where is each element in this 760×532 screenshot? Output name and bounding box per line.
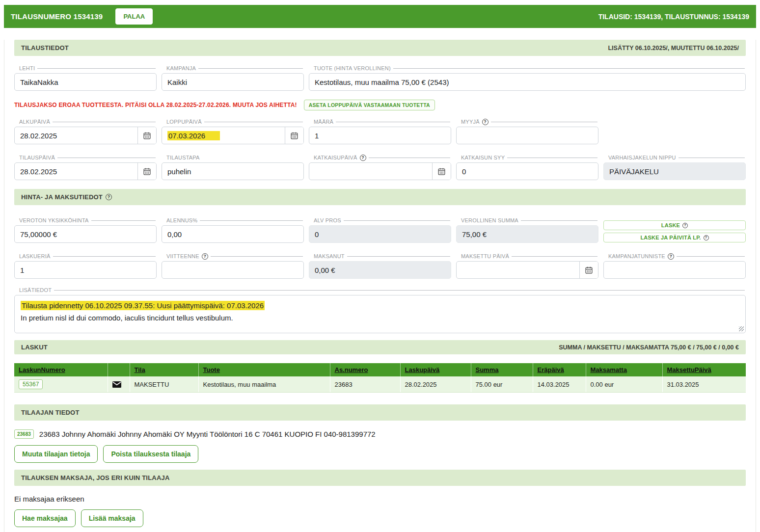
laske-button[interactable]: LASKE [603, 220, 746, 230]
help-icon[interactable] [668, 253, 674, 260]
maksettu-paiva-calendar-button[interactable] [579, 262, 598, 278]
kampanjatunniste-input[interactable] [603, 261, 746, 279]
envelope-icon[interactable] [112, 381, 125, 388]
field-alv: ALV PROS 0 [309, 217, 451, 243]
maksanut-input: 0,00 € [309, 261, 451, 279]
tilaustapa-input[interactable]: puhelin [162, 162, 304, 180]
help-icon[interactable] [106, 194, 112, 200]
order-header-bar: TILAUSNUMERO 1534139 PALAA TILAUSID: 153… [4, 5, 756, 28]
field-loppupaiva: LOPPUPÄIVÄ 07.03.2026 [162, 118, 304, 144]
added-modified-meta: LISÄTTY 06.10.2025/, MUUTETTU 06.10.2025… [608, 45, 739, 52]
calendar-icon [143, 132, 151, 140]
kampanja-input[interactable]: Kaikki [162, 73, 304, 91]
remove-subscriber-button[interactable]: Poista tilauksesta tilaaja [103, 445, 198, 463]
laske-buttons: LASKE LASKE JA PÄIVITÄ LP. [603, 217, 746, 243]
col-tuote[interactable]: Tuote [203, 366, 220, 373]
viitteenne-label: VIITTEENNE [166, 253, 199, 259]
section-order-info: TILAUSTIEDOT LISÄTTY 06.10.2025/, MUUTET… [14, 40, 746, 56]
calendar-icon [585, 266, 593, 274]
laskueria-input[interactable]: 1 [14, 261, 157, 279]
subscriber-info: 23683 Johnny Ahomäki Johnny Ahomäki OY M… [39, 430, 376, 438]
page-title: TILAUSNUMERO 1534139 [11, 12, 103, 21]
edit-subscriber-button[interactable]: Muuta tilaajan tietoja [14, 445, 98, 463]
field-katkaisupaiva: KATKAISUPÄIVÄ [309, 154, 451, 180]
no-payer-note: Ei maksajaa erikseen [4, 495, 756, 503]
invoices-header-row: LaskunNumero Tila Tuote As.numero Laskup… [14, 363, 746, 376]
tilauspaiva-calendar-button[interactable] [137, 163, 156, 180]
col-maksettupaiva[interactable]: MaksettuPäivä [667, 366, 711, 373]
lehti-label: LEHTI [19, 65, 35, 71]
alkupaiva-label: ALKUPÄIVÄ [19, 119, 50, 125]
loppupaiva-label: LOPPUPÄIVÄ [166, 119, 202, 125]
katkaisupaiva-calendar-button[interactable] [432, 163, 451, 180]
section-payer-title: TILAUKSEN MAKSAJA, JOS ERI KUIN TILAAJA [21, 474, 170, 481]
section-price-info-title: HINTA- JA MAKSUTIEDOT [21, 193, 103, 201]
col-asnumero[interactable]: As.numero [335, 366, 368, 373]
field-tilauspaiva: TILAUSPÄIVÄ 28.02.2025 [14, 154, 157, 180]
subscriber-line: 23683 23683 Johnny Ahomäki Johnny Ahomäk… [4, 429, 756, 439]
katkaisupaiva-input[interactable] [309, 163, 432, 180]
add-payer-button[interactable]: Lisää maksaja [81, 509, 143, 527]
field-kampanjatunniste: KAMPANJATUNNISTE [603, 253, 746, 279]
field-tuote: TUOTE (HINTA VEROLLINEN) Kestotilaus, mu… [309, 65, 746, 91]
back-button-top[interactable]: PALAA [115, 8, 153, 25]
katkaisun-syy-label: KATKAISUN SYY [461, 155, 505, 160]
section-subscriber-title: TILAAJAN TIEDOT [21, 409, 80, 416]
verollinen-label: VEROLLINEN SUMMA [461, 217, 518, 223]
maksettu-paiva-input[interactable] [457, 262, 579, 278]
alkupaiva-input[interactable]: 28.02.2025 [15, 127, 137, 144]
varhaisjakelun-nippu-input: PÄIVÄJAKELU [603, 162, 746, 180]
maara-input[interactable]: 1 [309, 127, 451, 144]
highlighted-end-date: 07.03.2026 [167, 131, 220, 140]
invoice-customer-number: 23683 [335, 381, 353, 388]
help-icon[interactable] [482, 119, 489, 125]
loppupaiva-input[interactable]: 07.03.2026 [162, 127, 285, 144]
myyja-input[interactable] [456, 127, 598, 144]
field-alennus: ALENNUS% 0,00 [162, 217, 304, 243]
tilauspaiva-label: TILAUSPÄIVÄ [19, 155, 55, 160]
loppupaiva-calendar-button[interactable] [285, 127, 303, 144]
col-tila[interactable]: Tila [135, 366, 145, 373]
tuote-input[interactable]: Kestotilaus, muu maailma 75,00 € (2543) [309, 73, 746, 91]
field-lisatiedot: LISÄTIEDOT Tilausta pidennetty 06.10.202… [4, 287, 756, 333]
subscriber-number-badge[interactable]: 23683 [14, 429, 34, 439]
col-laskupaiva[interactable]: Laskupäivä [405, 366, 440, 373]
set-end-date-button[interactable]: ASETA LOPPUPÄIVÄ VASTAAMAAN TUOTETTA [304, 100, 435, 110]
help-icon [682, 223, 688, 228]
help-icon [704, 235, 709, 240]
col-laskunnumero[interactable]: LaskunNumero [19, 366, 65, 373]
laske-ja-paivita-button[interactable]: LASKE JA PÄIVITÄ LP. [603, 233, 746, 242]
calendar-icon [437, 167, 446, 176]
help-icon[interactable] [202, 253, 208, 260]
col-erapaiva[interactable]: Eräpäivä [538, 366, 564, 373]
tilauspaiva-input[interactable]: 28.02.2025 [15, 163, 137, 180]
tilaustapa-label: TILAUSTAPA [166, 155, 200, 160]
highlighted-note-line: Tilausta pidennetty 06.10.2025 09.37.55:… [21, 301, 265, 310]
period-warning-row: TILAUSJAKSO EROAA TUOTTEESTA. PITÄISI OL… [4, 100, 756, 110]
veroton-label: VEROTON YKSIKKÖHINTA [19, 217, 89, 223]
help-icon[interactable] [360, 155, 366, 161]
section-subscriber: TILAAJAN TIEDOT [14, 404, 746, 421]
calendar-icon [290, 132, 299, 140]
laskueria-label: LASKUERIÄ [19, 253, 51, 259]
field-myyja: MYYJÄ [456, 118, 598, 144]
alennus-input[interactable]: 0,00 [162, 225, 304, 243]
col-summa[interactable]: Summa [476, 366, 499, 373]
field-tilaustapa: TILAUSTAPA puhelin [162, 154, 304, 180]
alkupaiva-calendar-button[interactable] [137, 127, 156, 144]
veroton-input[interactable]: 75,00000 € [14, 225, 157, 243]
maksanut-label: MAKSANUT [314, 253, 345, 259]
col-maksamatta[interactable]: Maksamatta [591, 366, 627, 373]
order-id-info: TILAUSID: 1534139, TILAUSTUNNUS: 1534139 [598, 13, 749, 21]
search-payer-button[interactable]: Hae maksajaa [14, 509, 76, 527]
invoice-row: 55367 MAKSETTU Kestotilaus, muu maailma … [14, 376, 746, 393]
invoice-number-badge[interactable]: 55367 [19, 379, 43, 389]
viitteenne-input[interactable] [162, 261, 304, 279]
invoice-due-date: 14.03.2025 [538, 381, 570, 388]
lehti-input[interactable]: TaikaNakka [14, 73, 157, 91]
lisatiedot-textarea[interactable]: Tilausta pidennetty 06.10.2025 09.37.55:… [14, 295, 746, 333]
katkaisun-syy-input[interactable]: 0 [456, 162, 598, 180]
alennus-label: ALENNUS% [166, 217, 197, 223]
period-warning-text: TILAUSJAKSO EROAA TUOTTEESTA. PITÄISI OL… [14, 102, 297, 108]
invoice-unpaid: 0.00 eur [591, 381, 614, 388]
